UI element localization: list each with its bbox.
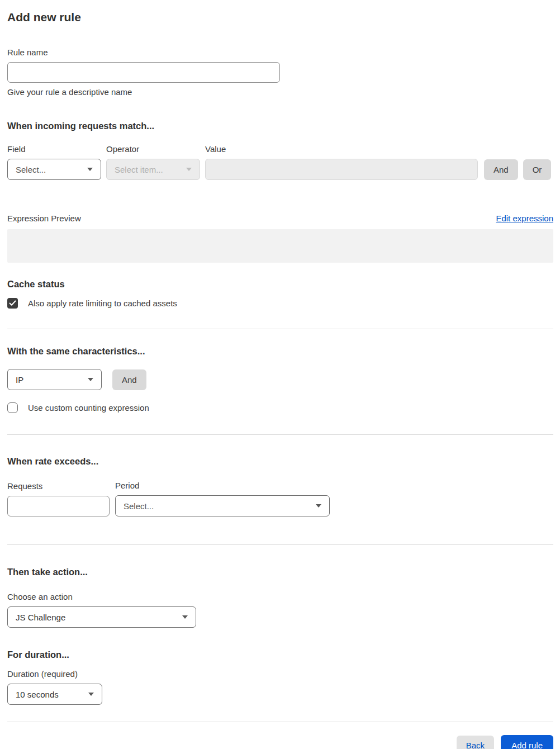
chevron-down-icon (182, 615, 188, 619)
requests-input[interactable] (7, 496, 110, 516)
cache-status-heading: Cache status (7, 278, 553, 290)
requests-column: Requests (7, 481, 110, 516)
duration-select[interactable]: 10 seconds (7, 684, 102, 705)
period-select-value: Select... (124, 501, 154, 511)
page-title: Add new rule (7, 10, 553, 24)
custom-counting-checkbox[interactable] (7, 402, 18, 413)
cached-assets-checkbox[interactable] (7, 298, 18, 309)
characteristics-section: With the same characteristics... IP And … (7, 345, 553, 413)
expression-preview-box (7, 229, 553, 263)
action-select[interactable]: JS Challenge (7, 606, 196, 628)
rate-heading: When rate exceeds... (7, 456, 553, 467)
characteristic-select-value: IP (16, 375, 23, 385)
footer-actions: Back Add rule (7, 735, 553, 749)
period-select[interactable]: Select... (115, 495, 330, 516)
add-rule-form: Add new rule Rule name Give your rule a … (0, 0, 560, 749)
operator-select: Select item... (106, 159, 200, 180)
cached-assets-checkbox-row: Also apply rate limiting to cached asset… (7, 298, 553, 309)
field-column: Field Select... (7, 144, 101, 180)
requests-label: Requests (7, 481, 110, 491)
duration-label: Duration (required) (7, 669, 553, 679)
field-select-value: Select... (16, 165, 46, 174)
chevron-down-icon (87, 168, 93, 171)
duration-select-value: 10 seconds (16, 690, 59, 699)
period-column: Period Select... (115, 481, 330, 516)
field-label: Field (7, 144, 101, 154)
operator-label: Operator (106, 144, 200, 154)
field-select[interactable]: Select... (7, 159, 101, 180)
rule-name-section: Rule name Give your rule a descriptive n… (7, 48, 553, 97)
characteristic-select[interactable]: IP (7, 369, 102, 390)
action-section: Then take action... Choose an action JS … (7, 566, 553, 628)
chevron-down-icon (88, 378, 93, 381)
operator-column: Operator Select item... (106, 144, 200, 180)
characteristics-heading: With the same characteristics... (7, 345, 553, 357)
period-label: Period (115, 481, 330, 490)
match-heading: When incoming requests match... (7, 120, 553, 131)
match-section: When incoming requests match... Field Se… (7, 120, 553, 263)
section-divider (7, 434, 553, 435)
add-rule-button[interactable]: Add rule (501, 735, 553, 749)
expression-preview-label: Expression Preview (7, 214, 81, 223)
edit-expression-link[interactable]: Edit expression (496, 214, 553, 223)
value-column: Value (205, 144, 478, 180)
custom-counting-checkbox-row: Use custom counting expression (7, 402, 553, 413)
action-select-value: JS Challenge (16, 613, 65, 622)
rule-name-label: Rule name (7, 48, 553, 57)
add-characteristic-and-button[interactable]: And (112, 369, 146, 390)
action-heading: Then take action... (7, 566, 553, 577)
operator-select-value: Select item... (115, 165, 163, 174)
duration-heading: For duration... (7, 649, 553, 660)
value-input (205, 159, 478, 180)
expression-preview-header: Expression Preview Edit expression (7, 214, 553, 223)
rate-section: When rate exceeds... Requests Period Sel… (7, 456, 553, 516)
custom-counting-checkbox-label: Use custom counting expression (28, 403, 149, 413)
choose-action-label: Choose an action (7, 592, 553, 601)
and-condition-button[interactable]: And (484, 159, 518, 180)
section-divider (7, 329, 553, 329)
rule-name-helper: Give your rule a descriptive name (7, 87, 553, 97)
cache-status-section: Cache status Also apply rate limiting to… (7, 278, 553, 309)
or-condition-button[interactable]: Or (523, 159, 552, 180)
duration-section: For duration... Duration (required) 10 s… (7, 649, 553, 705)
chevron-down-icon (316, 504, 321, 508)
back-button[interactable]: Back (457, 736, 494, 749)
footer-divider (7, 722, 553, 722)
chevron-down-icon (186, 168, 192, 171)
checkmark-icon (9, 300, 16, 306)
value-label: Value (205, 144, 478, 154)
chevron-down-icon (88, 693, 94, 696)
cached-assets-checkbox-label: Also apply rate limiting to cached asset… (28, 298, 177, 308)
section-divider (7, 544, 553, 545)
rule-name-input[interactable] (7, 62, 280, 83)
